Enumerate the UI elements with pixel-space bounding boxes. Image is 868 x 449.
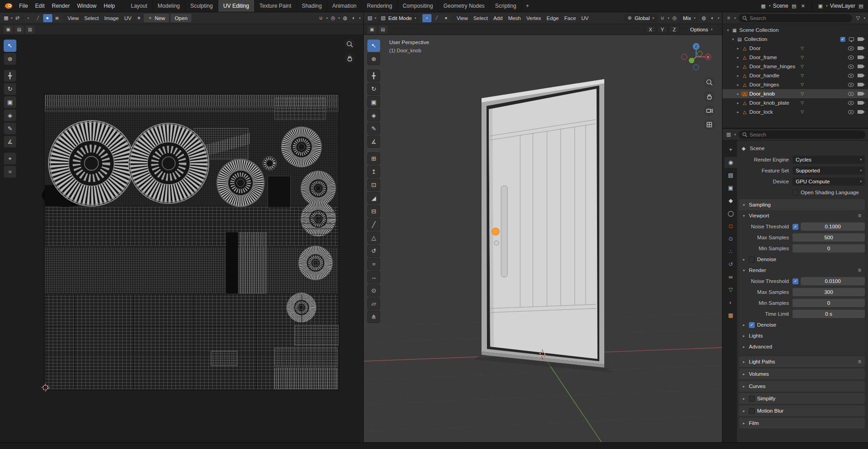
- proportional-editing-icon[interactable]: ◎: [671, 15, 678, 22]
- snap-magnet-icon[interactable]: ∪: [317, 15, 324, 22]
- new-image-button[interactable]: + New: [144, 14, 169, 22]
- viewlayer-name[interactable]: ViewLayer: [830, 3, 855, 9]
- properties-tab[interactable]: +: [724, 144, 737, 155]
- new-scene-icon[interactable]: ▤: [791, 2, 798, 10]
- door-knob-selection[interactable]: [492, 228, 499, 235]
- hide-viewport-eye-icon[interactable]: [848, 55, 854, 60]
- viewport-tool-button[interactable]: ▣: [367, 96, 380, 108]
- collapse-arrow-icon[interactable]: ▾: [725, 28, 731, 32]
- tool-settings-icon[interactable]: ▣: [4, 25, 13, 34]
- outliner-object-row[interactable]: ▸ △ Door_frame ▽: [722, 53, 868, 62]
- properties-tab[interactable]: ▽: [724, 284, 737, 295]
- uv-tool-button[interactable]: ↖: [4, 40, 16, 52]
- disable-viewport-screen-icon[interactable]: [849, 37, 854, 41]
- disable-render-camera-icon[interactable]: [858, 37, 863, 41]
- uv-editor-type-icon[interactable]: ▦: [3, 15, 10, 22]
- panel-header[interactable]: ▸ Light Paths ≡: [739, 356, 865, 367]
- menu-item[interactable]: UV: [579, 14, 592, 22]
- workspace-tab[interactable]: Scripting: [490, 0, 522, 12]
- tool-settings-icon[interactable]: ▤: [15, 25, 24, 34]
- workspace-tab[interactable]: Layout: [126, 0, 153, 12]
- render-denoise-subpanel[interactable]: ▸ Denoise: [739, 319, 865, 330]
- lights-subpanel[interactable]: ▸ Lights: [739, 330, 865, 341]
- device-dropdown[interactable]: GPU Compute ▾: [793, 177, 865, 186]
- door-model[interactable]: [474, 79, 613, 373]
- display-channels-icon[interactable]: ◐: [350, 15, 357, 22]
- menu-item[interactable]: File: [15, 1, 31, 10]
- viewport-tool-button[interactable]: ↔: [367, 271, 380, 283]
- menu-item[interactable]: Add: [491, 14, 505, 22]
- noise-threshold-checkbox[interactable]: [793, 224, 798, 230]
- menu-item[interactable]: UV: [121, 14, 134, 22]
- outliner-object-row[interactable]: ▸ △ Door_handle ▽: [722, 71, 868, 80]
- uv-map[interactable]: [20, 35, 363, 442]
- viewport-tool-button[interactable]: ▱: [367, 298, 380, 310]
- properties-tab[interactable]: ▦: [724, 310, 737, 321]
- properties-tab[interactable]: ▤: [724, 170, 737, 181]
- outliner-editor-type-icon[interactable]: ≡: [725, 15, 732, 22]
- hide-viewport-eye-icon[interactable]: [848, 83, 854, 87]
- viewport-tool-button[interactable]: ╱: [367, 218, 380, 231]
- properties-tab[interactable]: ◯: [724, 208, 737, 219]
- search-input[interactable]: [750, 132, 862, 137]
- panel-header[interactable]: ▸ Motion Blur ≡: [739, 405, 865, 416]
- panel-header[interactable]: ▸ Curves ≡: [739, 381, 865, 392]
- uv-tool-button[interactable]: ✎: [4, 122, 16, 135]
- panel-checkbox[interactable]: [749, 408, 755, 414]
- pan-hand-icon[interactable]: [704, 91, 715, 102]
- min-samples-field[interactable]: 0: [793, 244, 865, 252]
- uv-select-mode-button[interactable]: ╱: [34, 14, 43, 22]
- mesh-select-mode-button[interactable]: ■: [442, 14, 451, 22]
- options-dropdown[interactable]: Options ▾: [687, 25, 716, 34]
- scene-collection-row[interactable]: ▾ ▦ Scene Collection: [722, 25, 868, 35]
- workspace-tab[interactable]: Animation: [327, 0, 362, 12]
- expand-arrow-icon[interactable]: ▸: [735, 46, 741, 50]
- menu-item[interactable]: View: [65, 14, 82, 22]
- disable-render-camera-icon[interactable]: [858, 92, 863, 96]
- workspace-tab[interactable]: UV Editing: [218, 0, 255, 12]
- workspace-tab[interactable]: Sculpting: [186, 0, 218, 12]
- tool-settings-icon[interactable]: ▣: [367, 25, 376, 34]
- viewport-tool-button[interactable]: ⊡: [367, 179, 380, 191]
- scene-name[interactable]: Scene: [773, 3, 788, 9]
- menu-item[interactable]: Help: [100, 1, 119, 10]
- workspace-tab[interactable]: Geometry Nodes: [438, 0, 490, 12]
- overlays-icon[interactable]: ◍: [700, 15, 707, 22]
- properties-editor-type-icon[interactable]: ▥: [725, 131, 732, 138]
- tool-settings-icon[interactable]: ▤: [378, 25, 387, 34]
- tool-settings-icon[interactable]: ▥: [25, 25, 35, 34]
- zoom-icon[interactable]: [704, 77, 715, 88]
- menu-item[interactable]: Edge: [544, 14, 562, 22]
- workspace-tab[interactable]: Modeling: [153, 0, 186, 12]
- uv-tool-button[interactable]: ↻: [4, 83, 16, 95]
- uv-tool-button[interactable]: ▣: [4, 96, 16, 108]
- browse-scene-icon[interactable]: ▦: [760, 2, 767, 10]
- panel-header[interactable]: ▸ Film ≡: [739, 418, 865, 429]
- expand-arrow-icon[interactable]: ▸: [735, 92, 741, 96]
- zoom-icon[interactable]: [344, 39, 355, 50]
- outliner-object-row[interactable]: ▸ △ Door_knob ▽: [722, 89, 868, 98]
- preset-menu-icon[interactable]: ≡: [858, 212, 863, 219]
- advanced-subpanel[interactable]: ▸ Advanced: [739, 341, 865, 352]
- unlink-scene-icon[interactable]: ✕: [800, 2, 807, 10]
- properties-tab[interactable]: ◆: [724, 195, 737, 206]
- uv-tool-button[interactable]: ╋: [4, 70, 16, 82]
- uv-tool-button[interactable]: ◈: [4, 109, 16, 121]
- expand-arrow-icon[interactable]: ▸: [735, 65, 741, 69]
- collapse-arrow-icon[interactable]: ▾: [730, 37, 736, 41]
- viewport-tool-button[interactable]: ⊟: [367, 205, 380, 217]
- disable-render-camera-icon[interactable]: [858, 46, 863, 50]
- feature-set-dropdown[interactable]: Supported ▾: [793, 166, 865, 175]
- collection-row[interactable]: ▾ ▤ Collection: [722, 35, 868, 44]
- disable-render-camera-icon[interactable]: [858, 101, 863, 105]
- mirror-axis-toggle[interactable]: X: [645, 25, 656, 33]
- expand-arrow-icon[interactable]: ▸: [735, 83, 741, 87]
- workspace-tab[interactable]: Shading: [297, 0, 327, 12]
- properties-tab[interactable]: ↺: [724, 259, 737, 270]
- hide-viewport-eye-icon[interactable]: [848, 65, 854, 69]
- hide-viewport-eye-icon[interactable]: [848, 46, 854, 50]
- outliner-object-row[interactable]: ▸ △ Door_hinges ▽: [722, 80, 868, 89]
- menu-item[interactable]: Image: [101, 14, 121, 22]
- menu-item[interactable]: Vertex: [524, 14, 544, 22]
- uv-tool-button[interactable]: ≈: [4, 166, 16, 178]
